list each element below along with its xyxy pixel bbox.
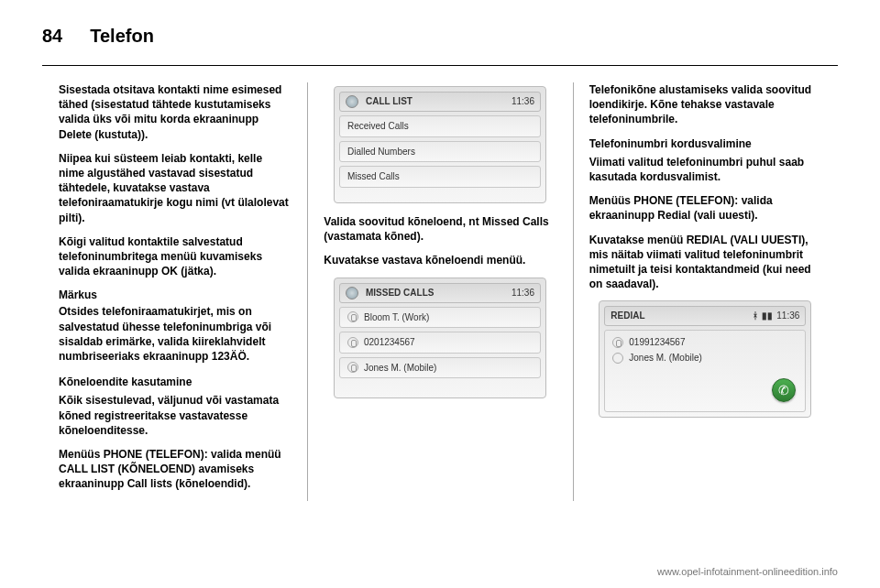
c3-sub1: Telefoninumbri kordusvalimine [589, 136, 821, 151]
c1-sub1: Kõneloendite kasutamine [59, 375, 291, 389]
missed-call-label: Bloom T. (Work) [364, 311, 429, 324]
section-title: Telefon [90, 26, 154, 47]
missed-calls-time: 11:36 [512, 287, 534, 299]
missed-calls-header: MISSED CALLS 11:36 [339, 283, 541, 303]
page-root: 84 Telefon Sisestada otsitava kontakti n… [0, 0, 880, 501]
globe-icon [346, 287, 358, 299]
c1-note-body: Otsides telefoniraamatukirjet, mis on sa… [59, 304, 291, 364]
call-list-row: Dialled Numbers [339, 141, 541, 163]
screenshot-redial: REDIAL ᚼ ▮▮ 11:36 01991234567 Jones M. (… [599, 300, 811, 418]
missed-call-row: Jones M. (Mobile) [339, 357, 541, 379]
status-icons: ᚼ ▮▮ 11:36 [753, 310, 799, 322]
column-3: Telefonikõne alustamiseks valida soovitu… [573, 82, 838, 501]
c2-p1: Valida soovitud kõneloend, nt Missed Cal… [324, 214, 556, 244]
c3-p1: Telefonikõne alustamiseks valida soovitu… [589, 82, 821, 127]
call-list-row: Missed Calls [339, 166, 541, 188]
missed-call-row: 0201234567 [339, 332, 541, 354]
phone-icon [347, 362, 358, 373]
call-list-row-label: Missed Calls [347, 170, 400, 183]
globe-icon [346, 95, 358, 108]
redial-header: REDIAL ᚼ ▮▮ 11:36 [604, 306, 806, 326]
c1-note-label: Märkus [59, 288, 291, 302]
phone-icon [347, 337, 358, 348]
call-list-row-label: Received Calls [347, 120, 409, 133]
redial-contact-name: Jones M. (Mobile) [629, 352, 701, 365]
missed-call-label: Jones M. (Mobile) [364, 362, 436, 375]
call-list-row-label: Dialled Numbers [347, 146, 415, 158]
c1-p1: Sisestada otsitava kontakti nime esimese… [59, 82, 291, 142]
c1-p3: Kõigi valitud kontaktile salvestatud tel… [59, 234, 291, 279]
c3-p2: Viimati valitud telefoninumbri puhul saa… [589, 155, 821, 184]
c1-p4: Kõik sisestulevad, väljunud või vastamat… [59, 393, 291, 438]
dial-button-icon: ✆ [772, 378, 796, 402]
phone-icon [612, 337, 623, 348]
phone-icon [347, 311, 358, 322]
redial-time: 11:36 [776, 310, 799, 322]
redial-title: REDIAL [610, 310, 644, 322]
footer-url: www.opel-infotainment-onlineedition.info [657, 566, 838, 577]
c3-p3: Menüüs PHONE (TELEFON): valida ekraaninu… [589, 193, 821, 223]
missed-call-row: Bloom T. (Work) [339, 307, 541, 329]
redial-name-line: Jones M. (Mobile) [612, 352, 798, 365]
missed-calls-title: MISSED CALLS [366, 287, 434, 299]
redial-number: 01991234567 [629, 336, 685, 349]
column-1: Sisestada otsitava kontakti nime esimese… [42, 82, 307, 501]
screenshot-missed-calls: MISSED CALLS 11:36 Bloom T. (Work) 02012… [334, 278, 546, 398]
screenshot-call-list: CALL LIST 11:36 Received Calls Dialled N… [334, 86, 546, 203]
c3-p4: Kuvatakse menüü REDIAL (VALI UUESTI), mi… [589, 233, 821, 292]
redial-body: 01991234567 Jones M. (Mobile) ✆ [604, 330, 806, 413]
call-list-time: 11:36 [512, 95, 534, 108]
page-header: 84 Telefon [42, 26, 838, 47]
column-2: CALL LIST 11:36 Received Calls Dialled N… [307, 82, 572, 501]
header-rule [42, 65, 838, 66]
bluetooth-icon: ᚼ [753, 310, 758, 322]
c2-p2: Kuvatakse vastava kõneloendi menüü. [324, 253, 556, 267]
missed-call-label: 0201234567 [364, 336, 415, 349]
c1-p2: Niipea kui süsteem leiab kontakti, kelle… [59, 151, 291, 225]
call-list-title: CALL LIST [366, 95, 412, 108]
columns: Sisestada otsitava kontakti nime esimese… [42, 82, 838, 501]
page-number: 84 [42, 26, 62, 47]
c1-p5: Menüüs PHONE (TELEFON): valida menüü CAL… [59, 447, 291, 492]
call-list-row: Received Calls [339, 115, 541, 137]
headset-icon [612, 353, 623, 364]
redial-number-line: 01991234567 [612, 336, 798, 349]
call-list-header: CALL LIST 11:36 [339, 92, 541, 112]
signal-icon: ▮▮ [762, 310, 773, 322]
